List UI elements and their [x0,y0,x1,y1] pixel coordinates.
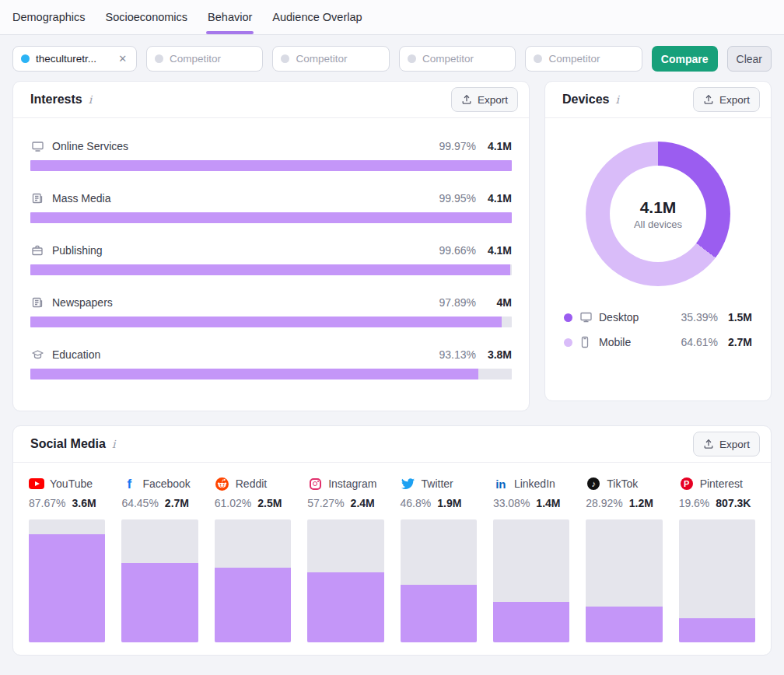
social-value: 2.5M [257,497,282,509]
social-column-reddit: Reddit 61.02% 2.5M [215,476,291,642]
competitor-input-3[interactable] [399,46,516,72]
devices-donut-chart: 4.1M All devices [545,118,771,286]
interest-row-newspapers: Newspapers 97.89% 4M [30,295,512,327]
export-label: Export [719,94,750,106]
social-bar-fill [401,585,477,642]
competitor-input-1[interactable] [146,46,263,72]
social-column-pinterest: P Pinterest 19.6% 807.3K [679,476,755,642]
competitor-field[interactable] [296,53,380,65]
social-bar [679,519,755,642]
legend-row-mobile: Mobile 64.61% 2.7M [564,330,752,355]
youtube-icon [29,477,44,490]
desktop-icon [579,311,593,324]
social-percent: 64.45% [121,497,158,509]
compare-button[interactable]: Compare [652,46,718,72]
legend-row-desktop: Desktop 35.39% 1.5M [564,305,752,330]
legend-percent: 64.61% [681,336,718,348]
competitor-input-2[interactable] [272,46,389,72]
tiktok-icon: ♪ [586,477,601,490]
social-value: 1.4M [536,497,560,509]
pinterest-icon: P [679,477,695,490]
social-bar-fill [586,607,662,642]
interests-title: Interests [30,93,82,107]
interest-bar-fill [30,212,512,223]
tab-demographics[interactable]: Demographics [12,0,86,34]
social-bar [29,519,105,642]
social-network-label: Pinterest [700,477,743,490]
social-bar [401,519,477,642]
donut-center: 4.1M All devices [610,166,706,262]
legend-value: 1.5M [726,311,752,324]
social-bar-fill [29,534,105,642]
legend-value: 2.7M [726,336,752,348]
remove-domain-icon[interactable]: ✕ [117,51,128,66]
social-bar [121,519,198,642]
info-icon[interactable]: i [112,438,115,450]
social-bar [586,519,662,642]
export-icon [461,94,472,106]
interest-bar [30,160,512,171]
interests-header: Interests i Export [13,82,529,118]
social-bar [493,519,569,642]
interest-bar-fill [30,317,502,327]
interest-row-education: Education 93.13% 3.8M [30,347,512,379]
interest-value: 3.8M [485,348,512,361]
tab-behavior[interactable]: Behavior [208,0,252,34]
competitor-field[interactable] [548,53,633,65]
clear-button[interactable]: Clear [727,46,772,72]
tab-audience-overlap[interactable]: Audience Overlap [272,0,362,34]
interest-percent: 93.13% [439,348,476,361]
social-network-label: Twitter [422,477,453,490]
interest-bar-fill [30,264,510,275]
social-network-label: YouTube [50,477,93,490]
instagram-icon [307,477,323,490]
social-network-label: LinkedIn [514,477,555,490]
interest-bar-fill [30,160,512,171]
social-percent: 33.08% [493,497,530,509]
social-network-label: Instagram [328,477,376,490]
top-panels-row: Interests i Export Online Services 99.97… [0,81,784,411]
social-value: 2.4M [351,497,375,509]
social-percent: 61.02% [215,497,251,509]
competitor-field[interactable] [422,53,507,65]
devices-export-button[interactable]: Export [693,87,760,112]
info-icon[interactable]: i [616,93,619,106]
interest-percent: 99.97% [439,140,476,152]
social-percent: 46.8% [401,497,432,509]
devices-header: Devices i Export [545,82,771,118]
competitor-color-dot [281,54,289,63]
briefcase-icon [30,243,44,257]
social-bar-fill [307,572,383,642]
devices-title: Devices [562,93,610,107]
interest-percent: 99.66% [439,244,476,257]
export-icon [703,439,714,450]
tab-bar: DemographicsSocioeconomicsBehaviorAudien… [0,0,784,35]
legend-percent: 35.39% [681,311,718,324]
main-domain-chip[interactable]: theculturetr... ✕ [12,46,137,72]
competitor-field[interactable] [170,53,254,65]
social-title: Social Media [30,437,106,451]
interest-bar [30,369,512,379]
interest-row-online-services: Online Services 99.97% 4.1M [30,138,512,171]
interests-export-button[interactable]: Export [451,87,518,112]
social-column-linkedin: in LinkedIn 33.08% 1.4M [493,476,569,642]
export-label: Export [478,94,508,106]
domain-color-dot [21,54,30,63]
interest-label: Newspapers [52,296,113,309]
interest-label: Online Services [52,140,128,152]
interest-bar [30,317,512,327]
newspaper-icon [30,191,44,205]
competitor-input-4[interactable] [525,46,642,72]
social-bar [307,519,383,642]
social-export-button[interactable]: Export [693,432,760,456]
interest-row-publishing: Publishing 99.66% 4.1M [30,243,512,275]
export-label: Export [719,439,750,450]
social-bar-fill [493,602,569,642]
donut-total-value: 4.1M [640,198,677,217]
interest-bar-fill [30,369,478,379]
social-column-facebook: f Facebook 64.45% 2.7M [121,476,198,642]
social-percent: 28.92% [586,497,622,509]
social-header: Social Media i Export [13,426,771,463]
info-icon[interactable]: i [89,93,92,106]
tab-socioeconomics[interactable]: Socioeconomics [106,0,188,34]
